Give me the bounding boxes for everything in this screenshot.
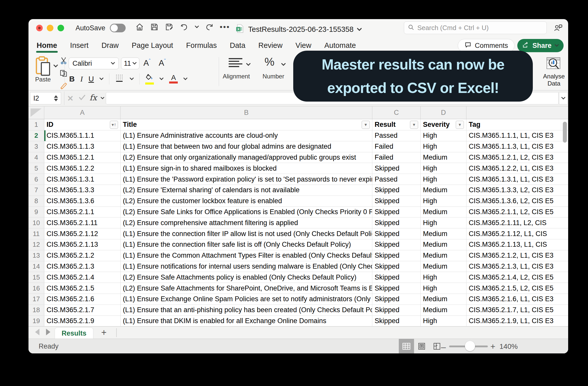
cell-severity[interactable]: High bbox=[421, 141, 466, 152]
cell-tag[interactable]: CIS.M365.2.1.2, L1, CIS E3 bbox=[466, 250, 568, 261]
cell-title[interactable]: (L2) Ensure Safe Attachments for SharePo… bbox=[121, 283, 372, 294]
page-layout-view-button[interactable] bbox=[414, 339, 429, 353]
cell-id[interactable]: CIS.M365.2.1.11 bbox=[44, 217, 121, 228]
select-all-corner[interactable] bbox=[28, 106, 44, 119]
cell-id[interactable]: CIS.M365.2.1.7 bbox=[44, 305, 121, 315]
cell-tag[interactable]: CIS.M365.2.1.3, L1, CIS E3 bbox=[466, 261, 568, 272]
cell-title[interactable]: (L1) Ensure that between two and four gl… bbox=[121, 141, 372, 152]
cell-tag[interactable]: CIS.M365.1.1.3, L1, CIS E3 bbox=[466, 141, 568, 152]
column-header-c[interactable]: C bbox=[372, 106, 421, 119]
header-cell-id[interactable]: ID ▾↑ bbox=[44, 119, 121, 130]
insert-function-icon[interactable]: fx bbox=[90, 93, 97, 102]
decrease-font-size-button[interactable]: Aˇ bbox=[159, 58, 166, 68]
cell-result[interactable]: Skipped bbox=[372, 217, 421, 228]
row-number[interactable]: 2 bbox=[28, 130, 44, 141]
row-number[interactable]: 8 bbox=[28, 196, 44, 206]
column-header-d[interactable]: D bbox=[421, 106, 466, 119]
tab-draw[interactable]: Draw bbox=[101, 38, 119, 53]
row-number[interactable]: 7 bbox=[28, 185, 44, 196]
share-button[interactable]: Share bbox=[517, 39, 564, 52]
cell-result[interactable]: Skipped bbox=[372, 316, 421, 326]
cell-title[interactable]: (L1) Ensure the connection filter safe l… bbox=[121, 239, 372, 250]
cell-severity[interactable]: Medium bbox=[421, 185, 466, 196]
cell-title[interactable]: (L1) Ensure Exchange Online Spam Policie… bbox=[121, 294, 372, 305]
row-number[interactable]: 16 bbox=[28, 283, 44, 294]
cell-result[interactable]: Skipped bbox=[372, 163, 421, 174]
cell-title[interactable]: (L2) Ensure Safe Links for Office Applic… bbox=[121, 207, 372, 217]
row-number[interactable]: 10 bbox=[28, 217, 44, 228]
underline-chevron-icon[interactable] bbox=[99, 78, 104, 80]
column-header-e[interactable] bbox=[466, 106, 568, 119]
cell-result[interactable]: Skipped bbox=[372, 239, 421, 250]
cell-id[interactable]: CIS.M365.2.1.6 bbox=[44, 294, 121, 305]
sheet-tab-results[interactable]: Results bbox=[55, 328, 93, 339]
cell-result[interactable]: Skipped bbox=[372, 283, 421, 294]
tab-data[interactable]: Data bbox=[229, 38, 246, 53]
font-color-chevron-icon[interactable] bbox=[183, 78, 187, 80]
next-sheet-arrow-icon[interactable] bbox=[46, 329, 50, 335]
cell-tag[interactable]: CIS.M365.2.1.1, L2, CIS E5 bbox=[466, 207, 568, 217]
cell-tag[interactable]: CIS.M365.2.1.4, L2, CIS E5 bbox=[466, 272, 568, 283]
cell-id[interactable]: CIS.M365.2.1.1 bbox=[44, 207, 121, 217]
zoom-slider-thumb[interactable] bbox=[465, 341, 475, 351]
row-number[interactable]: 5 bbox=[28, 163, 44, 174]
presence-people-icon[interactable] bbox=[553, 23, 563, 34]
cell-id[interactable]: CIS.M365.1.3.1 bbox=[44, 174, 121, 185]
previous-sheet-arrow-icon[interactable] bbox=[35, 329, 39, 335]
copy-icon[interactable] bbox=[60, 69, 68, 78]
underline-button[interactable]: U bbox=[89, 75, 94, 83]
number-format-icon[interactable]: % bbox=[264, 56, 274, 68]
font-name-select[interactable]: Calibri bbox=[69, 58, 119, 69]
cell-title[interactable]: (L1) Ensure the Common Attachment Types … bbox=[121, 250, 372, 261]
borders-chevron-icon[interactable] bbox=[130, 78, 134, 80]
document-title[interactable]: TestResults-2025-06-23-155358 bbox=[248, 25, 354, 34]
row-number[interactable]: 17 bbox=[28, 294, 44, 305]
cell-tag[interactable]: CIS.M365.2.1.6, L1, CIS E3 bbox=[466, 294, 568, 305]
search-input[interactable] bbox=[417, 24, 543, 32]
cell-tag[interactable]: CIS.M365.1.2.2, L1, CIS E3 bbox=[466, 163, 568, 174]
search-box[interactable] bbox=[404, 21, 547, 34]
analyse-data-button[interactable]: AnalyseData bbox=[541, 57, 567, 87]
cell-id[interactable]: CIS.M365.2.1.4 bbox=[44, 272, 121, 283]
paste-dropdown-chevron-icon[interactable] bbox=[53, 65, 58, 67]
tab-formulas[interactable]: Formulas bbox=[186, 38, 217, 53]
cell-severity[interactable]: Medium bbox=[421, 152, 466, 163]
cell-title[interactable]: (L1) Ensure that an anti-phishing policy… bbox=[121, 305, 372, 315]
bold-button[interactable]: B bbox=[69, 75, 75, 83]
borders-icon[interactable] bbox=[115, 74, 124, 85]
paste-label[interactable]: Paste bbox=[32, 76, 54, 83]
cell-id[interactable]: CIS.M365.2.1.12 bbox=[44, 228, 121, 239]
cell-severity[interactable]: Medium bbox=[421, 228, 466, 239]
cell-result[interactable]: Skipped bbox=[372, 185, 421, 196]
header-cell-title[interactable]: Title ▼ bbox=[121, 119, 372, 130]
row-number[interactable]: 13 bbox=[28, 250, 44, 261]
cell-result[interactable]: Passed bbox=[372, 174, 421, 185]
column-header-a[interactable]: A bbox=[44, 106, 121, 119]
id-sort-filter-button[interactable]: ▾↑ bbox=[110, 121, 118, 129]
title-dropdown-chevron-icon[interactable] bbox=[357, 28, 362, 31]
cell-severity[interactable]: High bbox=[421, 283, 466, 294]
enter-check-icon[interactable] bbox=[78, 94, 86, 102]
cell-tag[interactable]: CIS.M365.1.3.1, L1, CIS E3 bbox=[466, 174, 568, 185]
row-number[interactable]: 6 bbox=[28, 174, 44, 185]
cell-severity[interactable]: High bbox=[421, 174, 466, 185]
italic-button[interactable]: I bbox=[80, 75, 83, 83]
result-filter-button[interactable]: ▼ bbox=[410, 121, 418, 129]
cell-id[interactable]: CIS.M365.1.3.3 bbox=[44, 185, 121, 196]
cell-title[interactable]: (L1) Ensure the 'Password expiration pol… bbox=[121, 174, 372, 185]
font-size-select[interactable]: 11 bbox=[121, 58, 139, 69]
cell-id[interactable]: CIS.M365.2.1.13 bbox=[44, 239, 121, 250]
cell-tag[interactable]: CIS.M365.2.1.12, L1, CIS bbox=[466, 228, 568, 239]
row-number[interactable]: 4 bbox=[28, 152, 44, 163]
cell-severity[interactable]: High bbox=[421, 217, 466, 228]
cell-id[interactable]: CIS.M365.1.1.1 bbox=[44, 130, 121, 141]
zoom-in-button[interactable]: + bbox=[490, 341, 495, 351]
cell-tag[interactable]: CIS.M365.2.1.7, L1, CIS E5 bbox=[466, 305, 568, 315]
add-sheet-button[interactable]: + bbox=[101, 327, 107, 338]
cell-tag[interactable]: CIS.M365.2.1.11, L2, CIS bbox=[466, 217, 568, 228]
cut-icon[interactable] bbox=[60, 57, 68, 66]
cell-severity[interactable]: Medium bbox=[421, 250, 466, 261]
cell-id[interactable]: CIS.M365.1.2.1 bbox=[44, 152, 121, 163]
cell-severity[interactable]: Medium bbox=[421, 239, 466, 250]
row-number[interactable]: 14 bbox=[28, 261, 44, 272]
